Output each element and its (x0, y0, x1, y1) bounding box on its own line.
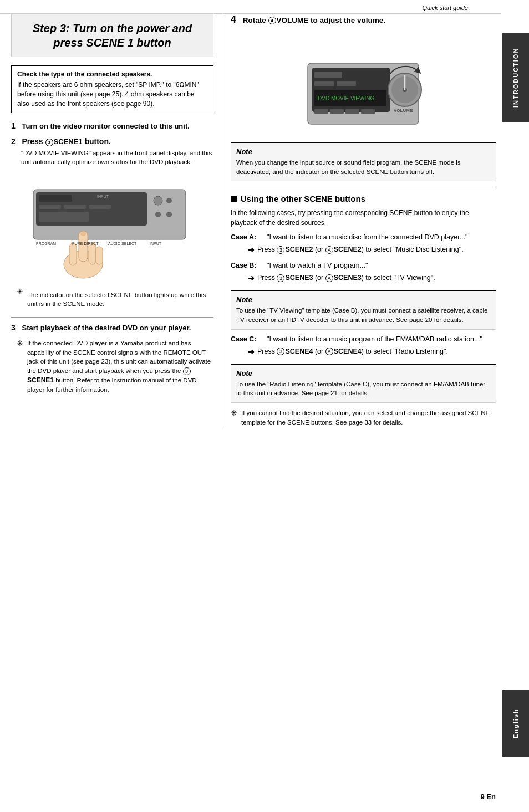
svg-rect-30 (314, 72, 342, 78)
divider1 (11, 317, 213, 318)
svg-rect-35 (314, 109, 328, 114)
svg-text:AUDIO SELECT: AUDIO SELECT (108, 242, 137, 246)
caseB-label: Case B: (231, 262, 267, 269)
note3-text: To use the "Radio Listening" template (C… (236, 380, 490, 398)
caseB-arrow: ➜ Press 3SCENE3 (or ASCENE3) to select "… (247, 273, 496, 283)
step1-item: 1 Turn on the video monitor connected to… (11, 121, 213, 130)
svg-text:INPUT: INPUT (97, 195, 109, 198)
note3-title: Note (236, 369, 490, 377)
page-container: Quick start guide INTRODUCTION English S… (0, 0, 529, 812)
caseA-scene-circle2: A (325, 246, 333, 254)
caseB-label-row: Case B: "I want to watch a TV program...… (231, 262, 496, 269)
svg-rect-16 (96, 247, 103, 264)
step3-title: Step 3: Turn on the power and press SCEN… (20, 21, 205, 50)
svg-rect-9 (89, 205, 111, 209)
svg-rect-8 (64, 205, 86, 209)
page-number: 9 En (481, 793, 496, 801)
tip1-text: The indicator on the selected SCENE butt… (27, 290, 213, 308)
svg-text:PURE DIRECT: PURE DIRECT (72, 242, 99, 246)
step3-item: 3 Start playback of the desired DVD on y… (11, 323, 213, 332)
caseB-scene-circle1: 3 (277, 274, 284, 282)
warning-title: Check the type of the connected speakers… (17, 70, 207, 78)
svg-point-3 (166, 198, 172, 203)
svg-rect-37 (345, 109, 359, 114)
svg-rect-15 (69, 243, 77, 265)
device-hand-image: INPUT PROGRAM (22, 173, 213, 283)
svg-text:DVD MOVIE VIEWING: DVD MOVIE VIEWING (318, 95, 374, 101)
scene-heading-text: Using the other SCENE buttons (241, 194, 365, 203)
svg-rect-10 (39, 212, 89, 222)
caseA-label-row: Case A: "I want to listen to a music dis… (231, 233, 496, 241)
step3-text: Start playback of the desired DVD on you… (22, 324, 191, 332)
caseA-label: Case A: (231, 233, 267, 241)
svg-text:INPUT: INPUT (150, 242, 162, 246)
tip2-scene-circle: 3 (183, 367, 191, 375)
svg-rect-38 (361, 109, 375, 114)
side-tab-english: English (502, 690, 529, 757)
tip3-text: If you cannot find the desired situation… (241, 408, 496, 427)
caseC-item: Case C: "I want to listen to a music pro… (231, 335, 496, 357)
caseB-arrow-icon: ➜ (247, 273, 255, 283)
caseC-scene-circle2: A (325, 348, 333, 355)
quick-start-label: Quick start guide (0, 0, 501, 14)
tip3-icon: ✳ (231, 408, 237, 417)
svg-point-2 (154, 196, 162, 205)
step2-subtext: "DVD MOVIE VIEWING" appears in the front… (21, 149, 213, 166)
tip1-icon: ✳ (17, 287, 23, 296)
caseA-arrow: ➜ Press 3SCENE2 (or ASCENE2) to select "… (247, 244, 496, 255)
note2-text: To use the "TV Viewing" template (Case B… (236, 306, 490, 324)
tip2-container: ✳ If the connected DVD player is a Yamah… (17, 339, 213, 395)
volume-image: VOLUME DVD (231, 30, 496, 135)
caseC-quote: "I want to listen to a music program of … (267, 335, 482, 343)
scene2-circle: 3 (45, 139, 53, 146)
main-content: Step 3: Turn on the power and press SCEN… (0, 14, 501, 429)
note3-box: Note To use the "Radio Listening" templa… (231, 364, 496, 403)
caseA-arrow-icon: ➜ (247, 244, 255, 255)
caseB-arrow-text: Press 3SCENE3 (or ASCENE3) to select "TV… (257, 273, 435, 283)
svg-point-4 (155, 212, 161, 217)
step3-number: 3 Start playback of the desired DVD on y… (11, 323, 213, 332)
note1-box: Note When you change the input source or… (231, 142, 496, 181)
svg-point-5 (166, 212, 172, 217)
caseC-arrow: ➜ Press 3SCENE4 (or ASCENE4) to select "… (247, 346, 496, 357)
step1-number: 1 Turn on the video monitor connected to… (11, 121, 213, 130)
caseB-scene-circle2: A (325, 274, 333, 282)
svg-rect-6 (39, 195, 72, 202)
caseC-scene-circle1: 3 (277, 348, 284, 355)
scene-section-heading: Using the other SCENE buttons (231, 194, 496, 203)
note2-box: Note To use the "TV Viewing" template (C… (231, 290, 496, 329)
svg-rect-14 (89, 242, 96, 264)
note2-title: Note (236, 295, 490, 304)
svg-rect-7 (39, 205, 61, 209)
caseA-scene-circle1: 3 (277, 246, 284, 254)
scene-intro: In the following cases, try pressing the… (231, 208, 496, 228)
step1-text: Turn on the video monitor connected to t… (22, 122, 189, 130)
step2-number: 2 Press 3SCENE1 button. (11, 137, 213, 146)
svg-text:PROGRAM: PROGRAM (36, 242, 56, 246)
side-tab-intro: INTRODUCTION (502, 33, 529, 122)
caseB-item: Case B: "I want to watch a TV program...… (231, 262, 496, 283)
svg-rect-32 (337, 81, 356, 86)
caseA-arrow-text: Press 3SCENE2 (or ASCENE2) to select "Mu… (257, 244, 464, 255)
black-square-icon (231, 196, 237, 202)
svg-text:VOLUME: VOLUME (394, 108, 413, 113)
note1-text: When you change the input source or soun… (236, 158, 490, 176)
caseC-arrow-icon: ➜ (247, 346, 255, 357)
step3-header: Step 3: Turn on the power and press SCEN… (11, 14, 213, 57)
tip3-container: ✳ If you cannot find the desired situati… (231, 408, 496, 427)
right-column: 4 Rotate 4VOLUME to adjust the volume. (222, 14, 496, 429)
step4-title: 4 Rotate 4VOLUME to adjust the volume. (231, 14, 496, 25)
caseC-label: Case C: (231, 335, 267, 343)
caseA-quote: "I want to listen to a music disc from t… (267, 233, 468, 241)
warning-text: If the speakers are 6 ohm speakers, set … (17, 80, 207, 108)
note1-title: Note (236, 147, 490, 156)
caseB-quote: "I want to watch a TV program..." (267, 262, 368, 269)
left-column: Step 3: Turn on the power and press SCEN… (6, 14, 222, 429)
svg-rect-31 (314, 81, 334, 86)
tip2-icon: ✳ (17, 339, 23, 348)
tip1-container: ✳ The indicator on the selected SCENE bu… (17, 287, 213, 311)
svg-point-17 (80, 232, 86, 236)
step2-item: 2 Press 3SCENE1 button. "DVD MOVIE VIEWI… (11, 137, 213, 166)
caseA-item: Case A: "I want to listen to a music dis… (231, 233, 496, 255)
caseC-arrow-text: Press 3SCENE4 (or ASCENE4) to select "Ra… (257, 346, 448, 357)
